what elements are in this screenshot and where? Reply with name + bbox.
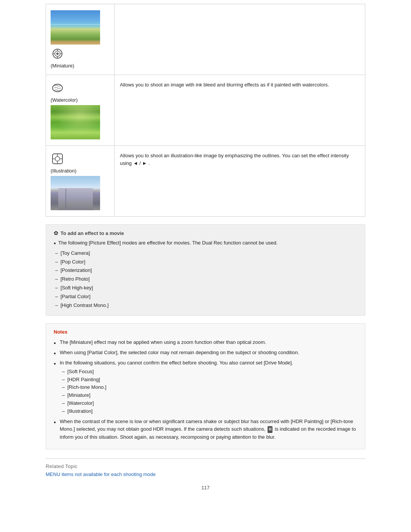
illustration-sample-image [51, 176, 100, 210]
list-item: [High Contrast Mono.] [55, 302, 357, 310]
list-item: [Posterization] [55, 267, 357, 275]
notes-section: Notes The [Miniature] effect may not be … [46, 323, 365, 449]
list-item: [Watercolor] [61, 399, 357, 407]
table-row: (Miniature) [46, 4, 365, 75]
watercolor-label: (Watercolor) [51, 97, 78, 103]
tip-section: ✿ To add an effect to a movie The follow… [46, 224, 365, 316]
notes-list: The [Miniature] effect may not be applie… [54, 339, 357, 441]
illustration-mode-icon [51, 152, 64, 166]
illustration-description: Allows you to shoot an illustration-like… [120, 152, 360, 167]
watercolor-cell-right: Allows you to shoot an image with ink bl… [115, 75, 365, 145]
content-table: (Miniature) (Watercolor) [46, 4, 365, 217]
miniature-label: (Miniature) [51, 63, 74, 69]
watercolor-sample-image [51, 105, 100, 139]
tip-title: ✿ To add an effect to a movie [54, 230, 357, 236]
list-item: [Illustration] [61, 407, 357, 415]
svg-point-2 [56, 53, 59, 55]
hdr-indicator-icon: H [268, 426, 272, 433]
watercolor-description: Allows you to shoot an image with ink bl… [120, 81, 360, 89]
related-topic-title: Related Topic [46, 463, 365, 469]
list-item: [Miniature] [61, 391, 357, 399]
table-row: (Watercolor) Allows you to shoot an imag… [46, 75, 365, 145]
notes-sub-list: [Soft Focus] [HDR Painting] [Rich-tone M… [60, 368, 357, 415]
illustration-arrows: ◄ / ► [133, 160, 147, 166]
miniature-mode-icon [51, 47, 64, 61]
notes-item: When the contrast of the scene is low or… [54, 418, 357, 441]
list-item: [Rich-tone Mono.] [61, 383, 357, 391]
watercolor-icon [51, 82, 64, 94]
list-item: [Soft Focus] [61, 368, 357, 376]
list-item: [Partial Color] [55, 293, 357, 301]
page-number: 117 [46, 485, 365, 498]
list-item: [Pop Color] [55, 258, 357, 266]
watercolor-mode-icon [51, 81, 64, 95]
svg-point-9 [55, 157, 60, 161]
notes-item: The [Miniature] effect may not be applie… [54, 339, 357, 347]
related-topic-section: Related Topic MENU items not available f… [46, 459, 365, 477]
miniature-cell-right [115, 4, 365, 75]
list-item: [Soft High-key] [55, 284, 357, 292]
list-item: [Retro Photo] [55, 275, 357, 283]
miniature-cell-left: (Miniature) [46, 4, 115, 75]
tip-list: [Toy Camera] [Pop Color] [Posterization]… [54, 249, 357, 310]
notes-title: Notes [54, 329, 357, 335]
illustration-cell-left: (Illustration) [46, 146, 115, 216]
miniature-sample-image [51, 10, 100, 45]
notes-item: In the following situations, you cannot … [54, 359, 357, 415]
illustration-cell-right: Allows you to shoot an illustration-like… [115, 146, 365, 216]
tip-intro: The following [Picture Effect] modes are… [54, 239, 357, 247]
watercolor-cell-left: (Watercolor) [46, 75, 115, 145]
list-item: [Toy Camera] [55, 249, 357, 257]
illustration-icon [51, 153, 64, 165]
list-item: [HDR Painting] [61, 376, 357, 384]
illustration-label: (Illustration) [51, 168, 76, 174]
related-topic-link[interactable]: MENU items not available for each shooti… [46, 471, 156, 477]
notes-item: When using [Partial Color], the selected… [54, 349, 357, 357]
table-row: (Illustration) Allows you to shoot an il… [46, 145, 365, 216]
miniature-icon [51, 48, 64, 60]
tip-icon: ✿ [54, 230, 58, 236]
